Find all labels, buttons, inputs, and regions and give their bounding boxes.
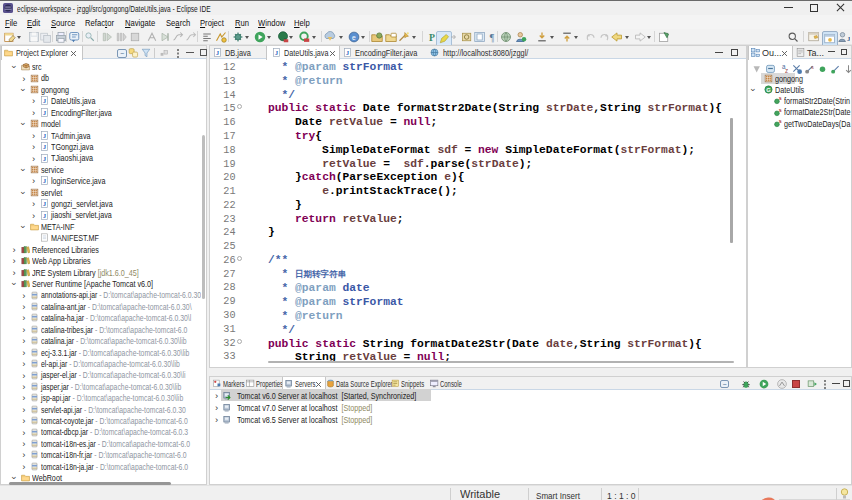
svg-text:J: J — [847, 35, 850, 42]
svg-text:e: e — [352, 34, 356, 41]
svg-text:s: s — [811, 64, 814, 70]
svg-text:¶: ¶ — [490, 32, 495, 43]
svg-text:P: P — [429, 32, 435, 43]
